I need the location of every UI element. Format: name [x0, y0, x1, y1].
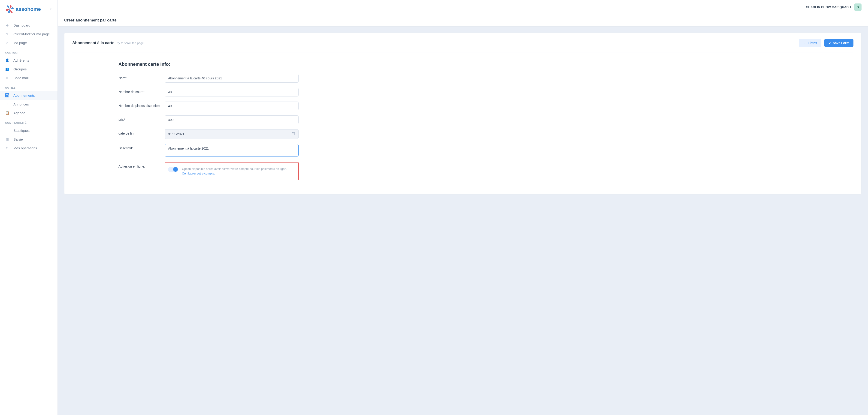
- pencil-icon: ✎: [5, 32, 9, 36]
- configure-account-link[interactable]: Configurer votre compte.: [182, 172, 215, 175]
- section-label-contact: CONTACT: [0, 47, 58, 56]
- sidebar-item-label: Groupes: [13, 67, 27, 71]
- calculator-icon: ▦: [5, 137, 9, 141]
- form-card: Abonnement à la carte try to scroll the …: [64, 33, 862, 195]
- label-date-fin: date de fin:: [119, 129, 165, 135]
- input-prix[interactable]: [165, 116, 299, 124]
- label-adhesion: Adhésion en ligne:: [119, 162, 165, 168]
- save-form-button-label: Save Form: [833, 41, 849, 45]
- avatar[interactable]: S: [854, 3, 862, 11]
- brand-text: assohome: [16, 6, 41, 12]
- label-descriptif: Descriptif:: [119, 144, 165, 150]
- sidebar-item-mail[interactable]: ✉ Boite mail: [0, 73, 58, 82]
- sidebar-item-dashboard[interactable]: ◆ Dashboard: [0, 21, 58, 30]
- people-icon: 👥: [5, 67, 9, 71]
- row-nom: Nom*: [119, 74, 299, 83]
- input-nom[interactable]: [165, 74, 299, 83]
- mail-icon: ✉: [5, 76, 9, 80]
- row-nb-places: Nombre de places disponible: [119, 101, 299, 110]
- sidebar-item-saisie[interactable]: ▦ Saisie ›: [0, 135, 58, 143]
- sidebar-item-label: Créer/Modifier ma page: [13, 32, 50, 36]
- form-section-title: Abonnement carte Info:: [119, 62, 299, 67]
- label-nb-cours: Nombre de cours*: [119, 88, 165, 94]
- adhesion-toggle[interactable]: [168, 167, 178, 172]
- listes-button-label: Listes: [808, 41, 817, 45]
- sidebar-item-groupes[interactable]: 👥 Groupes: [0, 65, 58, 73]
- row-descriptif: Descriptif:: [119, 144, 299, 157]
- label-nb-places: Nombre de places disponible: [119, 101, 165, 107]
- logo-mark-icon: [5, 4, 15, 14]
- dashboard-icon: ◆: [5, 23, 9, 27]
- person-icon: 👤: [5, 58, 9, 62]
- sidebar-item-operations[interactable]: € Mes opérations: [0, 143, 58, 152]
- sidebar-item-edit-page[interactable]: ✎ Créer/Modifier ma page: [0, 30, 58, 38]
- card-header: Abonnement à la carte try to scroll the …: [72, 39, 854, 53]
- home-icon: ⌂: [5, 41, 9, 45]
- nav: ◆ Dashboard ✎ Créer/Modifier ma page ⌂ M…: [0, 19, 58, 155]
- avatar-initial: S: [857, 5, 859, 9]
- section-label-compta: COMPTABILITÉ: [0, 117, 58, 126]
- euro-icon: €: [5, 146, 9, 150]
- label-nom: Nom*: [119, 74, 165, 80]
- sidebar-item-label: Agenda: [13, 111, 25, 115]
- date-fin-value: 31/05/2021: [168, 132, 291, 136]
- sidebar-item-agenda[interactable]: 📋 Agenda: [0, 108, 58, 117]
- row-adhesion: Adhésion en ligne: Option disponible apr…: [119, 162, 299, 180]
- chart-icon: [5, 128, 9, 132]
- save-form-button[interactable]: ✓ Save Form: [824, 39, 854, 47]
- topbar: SHAOLIN CHOW GAR QUACH S: [58, 0, 868, 14]
- svg-rect-1: [7, 130, 7, 132]
- alert-icon: !: [5, 102, 9, 106]
- content: Abonnement à la carte try to scroll the …: [58, 27, 868, 415]
- sidebar-item-abonnements[interactable]: ▢ Abonnements: [0, 91, 58, 100]
- chevron-right-icon: ›: [52, 137, 53, 141]
- sidebar-item-adherents[interactable]: 👤 Adhérents: [0, 56, 58, 65]
- input-nb-cours[interactable]: [165, 88, 299, 96]
- sidebar-item-label: Abonnements: [13, 94, 35, 97]
- row-date-fin: date de fin: 31/05/2021: [119, 129, 299, 139]
- calendar-icon: [291, 132, 295, 136]
- label-prix: prix*: [119, 116, 165, 121]
- sidebar-item-label: Ma page: [13, 41, 27, 45]
- note-prefix: Option disponible après avoir activer vo…: [182, 167, 287, 170]
- form-wrap: Abonnement carte Info: Nom* Nombre de co…: [119, 62, 299, 180]
- page-title: Creer abonnement par carte: [64, 18, 117, 22]
- card-actions: ← Listes ✓ Save Form: [799, 39, 854, 47]
- svg-rect-3: [292, 132, 294, 135]
- page-title-bar: Creer abonnement par carte: [58, 14, 868, 27]
- input-nb-places[interactable]: [165, 101, 299, 110]
- sidebar-item-label: Mes opérations: [13, 146, 37, 150]
- sidebar: assohome « ◆ Dashboard ✎ Créer/Modifier …: [0, 0, 58, 415]
- logo[interactable]: assohome: [5, 4, 41, 14]
- card-subtitle: try to scroll the page: [117, 41, 144, 45]
- input-descriptif[interactable]: [165, 144, 299, 157]
- logo-area: assohome «: [0, 0, 58, 19]
- org-name: SHAOLIN CHOW GAR QUACH: [806, 5, 851, 9]
- row-prix: prix*: [119, 116, 299, 124]
- sidebar-item-annonces[interactable]: ! Annonces: [0, 100, 58, 108]
- sidebar-item-label: Dashboard: [13, 23, 30, 27]
- input-date-fin[interactable]: 31/05/2021: [165, 129, 299, 139]
- sidebar-item-label: Annonces: [13, 102, 29, 106]
- listes-button[interactable]: ← Listes: [799, 39, 821, 47]
- card-title: Abonnement à la carte: [72, 41, 114, 45]
- sidebar-item-label: Statitiques: [13, 129, 30, 132]
- sidebar-collapse-button[interactable]: «: [48, 7, 53, 11]
- check-icon: ✓: [829, 41, 831, 45]
- svg-rect-0: [6, 131, 6, 132]
- sidebar-item-label: Boite mail: [13, 76, 29, 80]
- card-icon: ▢: [5, 93, 9, 97]
- sidebar-item-label: Saisie: [13, 137, 23, 141]
- adhesion-note: Option disponible après avoir activer vo…: [182, 167, 295, 175]
- main: SHAOLIN CHOW GAR QUACH S Creer abonnemen…: [58, 0, 868, 415]
- section-label-outils: OUTILS: [0, 82, 58, 91]
- sidebar-item-label: Adhérents: [13, 58, 29, 62]
- clipboard-icon: 📋: [5, 111, 9, 115]
- sidebar-item-stats[interactable]: Statitiques: [0, 126, 58, 135]
- toggle-knob: [173, 167, 178, 172]
- arrow-left-icon: ←: [803, 41, 806, 45]
- adhesion-highlight: Option disponible après avoir activer vo…: [165, 162, 299, 180]
- row-nb-cours: Nombre de cours*: [119, 88, 299, 96]
- sidebar-item-my-page[interactable]: ⌂ Ma page: [0, 38, 58, 47]
- svg-rect-2: [8, 129, 8, 132]
